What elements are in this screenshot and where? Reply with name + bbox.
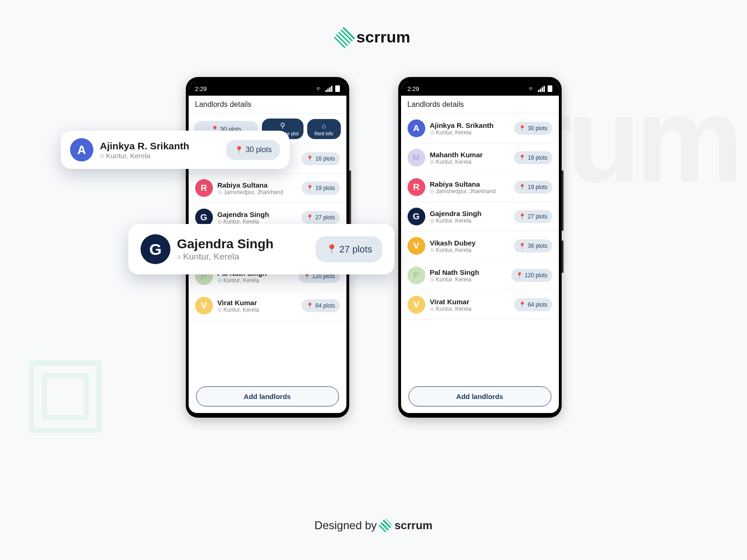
status-bar: 2:29 ᯤ [401,82,559,96]
plots-badge[interactable]: 📍 30 plots [514,122,552,135]
avatar: M [408,149,425,167]
item-info: Rabiya Sultana◎ Jamshedpur, Jharkhand [430,180,510,195]
landlord-location: ◎ Kuntur, Kerela [430,159,510,165]
pin-icon: 📍 [234,146,244,154]
avatar: A [408,119,425,137]
plots-badge[interactable]: 📍 64 plots [302,299,339,312]
plots-badge[interactable]: 📍 27 plots [302,211,339,224]
item-info: Mahanth Kumar◎ Kuntur, Kerela [430,151,510,165]
pin-icon: 📍 [306,185,313,191]
geofence-icon: ⚲ [280,121,285,130]
plots-badge[interactable]: 📍 36 plots [514,239,552,252]
item-info: Vikash Dubey◎ Kuntur, Kerela [430,239,510,253]
footer-credit: Designed by scrrum [315,519,433,532]
pin-icon: 📍 [519,243,526,249]
battery-icon [335,85,340,92]
plots-badge[interactable]: 📍 120 plots [511,269,552,282]
landlord-name: Gajendra Singh [430,210,510,217]
list-item[interactable]: AAjinkya R. Srikanth◎ Kuntur, Kerela📍 30… [401,114,559,143]
avatar: V [408,296,425,314]
battery-icon [548,85,552,92]
brand-logo: scrrum [337,28,410,46]
avatar: A [70,138,93,161]
list-item[interactable]: RRabiya Sultana◎ Jamshedpur, Jharkhand📍 … [401,173,559,202]
pin-icon: 📍 [519,125,526,132]
signal-icon [325,86,332,92]
add-button-wrap: Add landlords [401,380,559,413]
landlord-name: Virat Kumar [218,299,297,307]
avatar: V [408,237,425,255]
highlight-card-2[interactable]: G Gajendra Singh ◎Kuntur, Kerela 📍27 plo… [128,224,395,274]
rentinfo-button[interactable]: ⌂ Rent info [307,119,341,139]
status-bar: 2:29 ᯤ [189,82,346,96]
item-info: Gajendra Singh◎ Kuntur, Kerela [218,210,297,225]
plots-badge[interactable]: 📍 16 plots [302,152,339,165]
avatar: G [408,208,425,225]
landlord-location: ◎ Kuntur, Kerela [218,307,297,313]
location-icon: ◎ [100,153,105,159]
item-info: Ajinkya R. Srikanth◎ Kuntur, Kerela [430,121,510,136]
pin-icon: 📍 [306,155,313,162]
avatar: R [195,179,213,197]
avatar: V [195,297,213,315]
pin-icon: 📍 [326,244,338,255]
landlord-location: ◎Kuntur, Kerela [177,252,309,262]
pin-icon: 📍 [519,301,526,308]
list-rows: AAjinkya R. Srikanth◎ Kuntur, Kerela📍 30… [401,114,559,320]
landlord-location: ◎ Kuntur, Kerela [430,276,507,283]
home-icon: ⌂ [322,122,326,130]
screen-right: 2:29 ᯤ Landlords details AAjinkya R. Sri… [401,82,559,413]
location-icon: ◎ [218,307,222,313]
list-item[interactable]: MMahanth Kumar◎ Kuntur, Kerela📍 16 plots [401,143,559,173]
brand-diamond-icon [333,26,356,48]
add-landlords-button[interactable]: Add landlords [196,386,339,406]
wifi-icon: ᯤ [529,85,535,92]
pin-icon: 📍 [519,154,526,161]
plots-badge[interactable]: 📍 64 plots [514,298,552,311]
landlord-name: Ajinkya R. Srikanth [430,121,510,129]
list-item[interactable]: VVirat Kumar◎ Kuntur, Kerela📍 64 plots [189,291,346,321]
card-info: Gajendra Singh ◎Kuntur, Kerela [177,237,309,262]
plots-badge[interactable]: 📍 27 plots [514,210,552,223]
location-icon: ◎ [430,129,435,135]
landlord-name: Ajinkya R. Srikanth [100,140,219,152]
pin-icon: 📍 [519,213,526,220]
status-time: 2:29 [408,85,419,92]
rentinfo-label: Rent info [314,131,333,136]
highlight-card-1[interactable]: A Ajinkya R. Srikanth ◎Kuntur, Kerela 📍3… [61,131,289,169]
phone-side-button [562,170,564,231]
item-info: Rabiya Sultana◎ Jamshedpur, Jharkhand [218,181,297,196]
landlord-name: Mahanth Kumar [430,151,510,159]
location-icon: ◎ [430,217,435,224]
item-info: Virat Kumar◎ Kuntur, Kerela [430,298,510,312]
landlord-name: Rabiya Sultana [430,180,510,188]
list-item[interactable]: RRabiya Sultana◎ Jamshedpur, Jharkhand📍 … [189,174,346,203]
location-icon: ◎ [430,188,435,194]
add-button-wrap: Add landlords [189,380,346,413]
landlord-location: ◎ Jamshedpur, Jharkhand [218,189,297,196]
plots-badge[interactable]: 📍 16 plots [514,151,552,164]
landlord-location: ◎Kuntur, Kerela [100,152,219,160]
avatar: P [408,266,425,284]
list-item[interactable]: VVirat Kumar◎ Kuntur, Kerela📍 64 plots [401,290,559,320]
item-info: Gajendra Singh◎ Kuntur, Kerela [430,210,510,224]
brand-name: scrrum [356,28,410,46]
list-item[interactable]: VVikash Dubey◎ Kuntur, Kerela📍 36 plots [401,231,559,261]
plots-badge[interactable]: 📍27 plots [316,236,382,262]
list-item[interactable]: GGajendra Singh◎ Kuntur, Kerela📍 27 plot… [401,202,559,231]
phone-right: 2:29 ᯤ Landlords details AAjinkya R. Sri… [398,77,562,418]
add-landlords-button[interactable]: Add landlords [409,386,551,406]
plots-badge[interactable]: 📍 19 plots [302,182,339,195]
landlord-name: Vikash Dubey [430,239,510,247]
landlord-name: Pal Nath Singh [430,268,507,276]
page-title: Landlords details [189,96,346,114]
location-icon: ◎ [430,247,435,253]
page-title: Landlords details [401,96,559,114]
status-time: 2:29 [195,85,207,92]
landlord-location: ◎ Kuntur, Kerela [218,277,294,284]
landlord-name: Gajendra Singh [177,237,309,252]
plots-badge[interactable]: 📍30 plots [226,140,280,160]
plots-badge[interactable]: 📍 19 plots [514,181,552,194]
landlord-name: Rabiya Sultana [218,181,297,189]
list-item[interactable]: PPal Nath Singh◎ Kuntur, Kerela📍 120 plo… [401,261,559,290]
